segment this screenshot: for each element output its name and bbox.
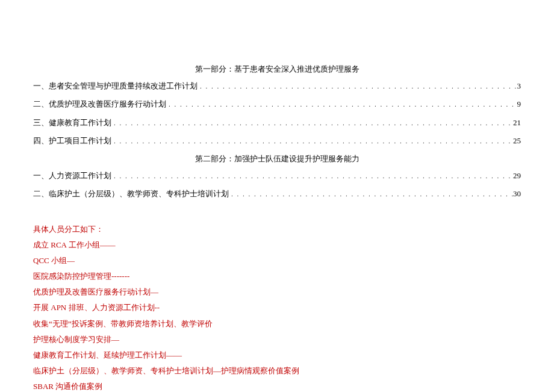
toc-page: 9 bbox=[517, 99, 521, 110]
assignments-title: 具体人员分工如下： bbox=[33, 224, 521, 235]
toc-item: 三、健康教育工作计划 21 bbox=[33, 117, 521, 128]
assignments-block: 具体人员分工如下： 成立 RCA 工作小组—— QCC 小组— 医院感染防控护理… bbox=[33, 224, 521, 393]
toc-item: 二、临床护土（分层级）、教学师资、专科护士培训计划 30 bbox=[33, 188, 521, 199]
assignment-line: 开展 APN 排班、人力资源工作计划-- bbox=[33, 302, 521, 313]
assignment-line: SBAR 沟通价值案例 bbox=[33, 381, 521, 392]
assignment-line: 收集“无理”投诉案例、带教师资培养计划、教学评价 bbox=[33, 319, 521, 329]
toc-item: 四、护工项目工作计划 25 bbox=[33, 135, 521, 146]
toc-item: 二、优质护理及改善医疗服务行动计划 9 bbox=[33, 99, 521, 110]
toc-label: 一、人力资源工作计划 bbox=[33, 170, 111, 181]
toc-dots bbox=[111, 117, 513, 128]
toc-label: 四、护工项目工作计划 bbox=[33, 135, 111, 146]
toc-dots bbox=[166, 99, 517, 110]
assignment-line: 健康教育工作计划、延续护理工作计划—— bbox=[33, 350, 521, 361]
toc-page: 3 bbox=[517, 81, 521, 92]
toc-label: 二、临床护土（分层级）、教学师资、专科护士培训计划 bbox=[33, 188, 229, 199]
assignment-line: 护理核心制度学习安排— bbox=[33, 334, 521, 345]
section-1-title: 第一部分：基于患者安全深入推进优质护理服务 bbox=[33, 64, 521, 75]
assignment-line: 临床护土（分层级）、教学师资、专科护士培训计划—护理病情观察价值案例 bbox=[33, 366, 521, 376]
toc-dots bbox=[229, 188, 513, 199]
toc-dots bbox=[111, 170, 513, 181]
assignment-line: 优质护理及改善医疗服务行动计划— bbox=[33, 287, 521, 297]
toc-page: 30 bbox=[513, 188, 521, 199]
toc-dots bbox=[198, 81, 517, 92]
toc-label: 三、健康教育工作计划 bbox=[33, 117, 111, 128]
section-2-title: 第二部分：加强护士队伍建设提升护理服务能力 bbox=[33, 154, 521, 164]
toc-page: 29 bbox=[513, 170, 521, 181]
assignment-line: 医院感染防控护理管理------- bbox=[33, 271, 521, 282]
toc-label: 一、患者安全管理与护理质量持续改进工作计划 bbox=[33, 81, 198, 92]
toc-page: 21 bbox=[513, 117, 521, 128]
toc-item: 一、患者安全管理与护理质量持续改进工作计划 3 bbox=[33, 81, 521, 92]
toc-dots bbox=[111, 135, 513, 146]
toc-page: 25 bbox=[513, 135, 521, 146]
assignment-line: 成立 RCA 工作小组—— bbox=[33, 240, 521, 250]
toc-label: 二、优质护理及改善医疗服务行动计划 bbox=[33, 99, 166, 110]
toc-item: 一、人力资源工作计划 29 bbox=[33, 170, 521, 181]
assignment-line: QCC 小组— bbox=[33, 255, 521, 266]
